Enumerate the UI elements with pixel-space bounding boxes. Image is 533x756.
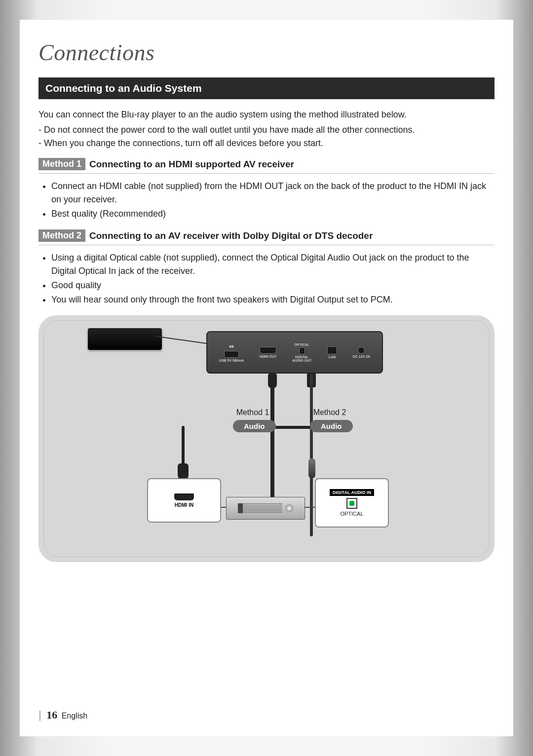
method1-badge: Method 1 [38,158,85,170]
method1-heading: Method 1 Connecting to an HDMI supported… [38,158,495,174]
hdmi-out-label: HDMI OUT [260,355,277,358]
lan-label: LAN [329,355,336,359]
connection-diagram: ⇔ USB 5V 500mA HDMI OUT OPTICAL DIGITAL … [38,315,495,562]
bluray-player-icon [88,328,162,350]
digital-audio-out-label: DIGITAL AUDIO OUT [292,355,311,362]
intro-paragraph: You can connect the Blu-ray player to an… [38,108,495,121]
method2-diagram-label: Method 2 [305,408,354,417]
usb-port-icon: ⇔ USB 5V 500mA [219,343,244,362]
digital-audio-in-label: DIGITAL AUDIO IN [330,489,374,496]
list-item: Good quality [51,279,495,292]
optical-cable-icon [310,374,313,536]
intro-note: Do not connect the power cord to the wal… [45,123,495,137]
method1-diagram-label: Method 1 [228,408,277,417]
optical-in-socket-icon [346,498,357,509]
av-receiver-icon [226,497,305,520]
method1-bullets: Connect an HDMI cable (not supplied) fro… [38,180,495,221]
hdmi-in-socket-icon [174,493,194,500]
method2-title: Connecting to an AV receiver with Dolby … [89,230,373,241]
intro-notes-list: Do not connect the power cord to the wal… [38,123,495,150]
page: Connections Connecting to an Audio Syste… [20,20,513,736]
chapter-title: Connections [38,39,495,66]
hdmi-receiver-box: HDMI IN [147,478,221,523]
device-back-panel: ⇔ USB 5V 500mA HDMI OUT OPTICAL DIGITAL … [206,331,383,374]
method2-bullets: Using a digital Optical cable (not suppl… [38,251,495,306]
method1-title: Connecting to an HDMI supported AV recei… [89,159,294,170]
method2-badge: Method 2 [38,229,85,242]
footer-language: English [62,712,87,720]
audio-pill: Audio [233,420,276,432]
optical-out-port-icon: OPTICAL DIGITAL AUDIO OUT [292,343,311,362]
page-footer: | 16 English [38,709,87,721]
cable-segment-icon [270,426,310,429]
dc-port-icon: DC 12V 2A [353,347,370,358]
page-number: 16 [46,709,57,721]
section-heading-bar: Connecting to an Audio System [38,77,495,99]
method2-heading: Method 2 Connecting to an AV receiver wi… [38,229,495,245]
hdmi-in-label: HDMI IN [175,502,193,508]
dc-label: DC 12V 2A [353,355,370,358]
list-item: Best quality (Recommended) [51,207,495,221]
optical-receiver-box: DIGITAL AUDIO IN OPTICAL [315,478,389,528]
audio-pill: Audio [310,420,353,432]
footer-divider-icon: | [38,709,41,721]
list-item: Connect an HDMI cable (not supplied) fro… [51,180,495,206]
usb-port-label: USB 5V 500mA [219,359,244,362]
hdmi-cable-icon [270,374,274,517]
intro-note: When you change the connections, turn of… [45,137,495,150]
list-item: You will hear sound only through the fro… [51,293,495,306]
hdmi-plug-icon [178,463,189,480]
hdmi-out-port-icon: HDMI OUT [260,347,277,358]
optical-top-label: OPTICAL [294,343,309,346]
lan-port-icon: LAN [327,346,337,359]
optical-plug-icon [308,458,315,478]
optical-label: OPTICAL [340,511,363,517]
list-item: Using a digital Optical cable (not suppl… [51,251,495,278]
